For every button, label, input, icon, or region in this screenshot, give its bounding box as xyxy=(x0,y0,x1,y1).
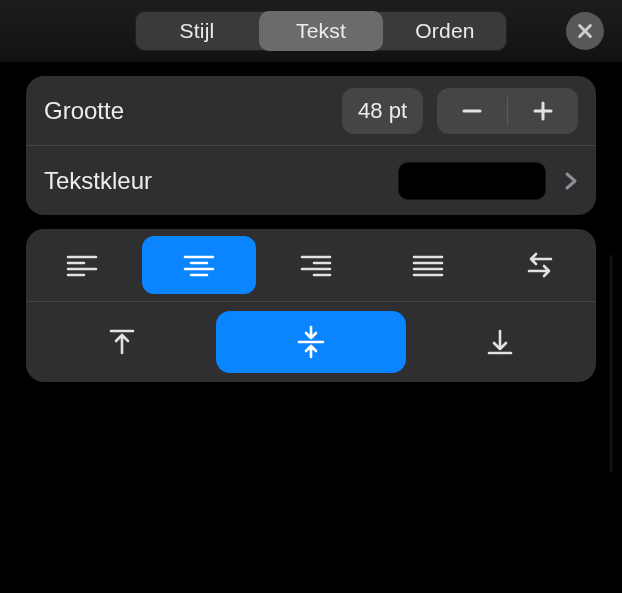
valign-middle-icon xyxy=(295,325,327,359)
text-color-row[interactable]: Tekstkleur xyxy=(26,146,596,215)
inspector-toolbar: Stijl Tekst Orden xyxy=(0,0,622,63)
text-color-disclosure xyxy=(564,170,578,192)
align-center-button[interactable] xyxy=(142,236,256,294)
plus-icon xyxy=(532,100,554,122)
vertical-alignment-row xyxy=(26,302,596,382)
inspector-tabs: Stijl Tekst Orden xyxy=(135,11,507,51)
text-direction-icon xyxy=(525,252,555,278)
font-size-label: Grootte xyxy=(44,97,124,125)
font-size-decrease[interactable] xyxy=(437,88,507,134)
tab-order[interactable]: Orden xyxy=(383,11,507,51)
horizontal-alignment-row xyxy=(26,229,596,302)
valign-top-button[interactable] xyxy=(107,311,137,373)
text-settings-card: Grootte 48 pt xyxy=(26,76,596,215)
alignment-card xyxy=(26,229,596,382)
close-icon xyxy=(576,22,594,40)
text-direction-button[interactable] xyxy=(488,236,592,294)
close-button[interactable] xyxy=(566,12,604,50)
align-right-button[interactable] xyxy=(264,236,368,294)
font-size-increase[interactable] xyxy=(508,88,578,134)
font-size-field[interactable]: 48 pt xyxy=(342,88,423,134)
align-left-button[interactable] xyxy=(30,236,134,294)
valign-middle-button[interactable] xyxy=(216,311,406,373)
chevron-right-icon xyxy=(564,170,578,192)
align-left-icon xyxy=(66,253,98,277)
text-color-swatch[interactable] xyxy=(398,162,546,200)
minus-icon xyxy=(461,100,483,122)
align-right-icon xyxy=(300,253,332,277)
valign-bottom-icon xyxy=(485,327,515,357)
text-color-label: Tekstkleur xyxy=(44,167,152,195)
callout-leader xyxy=(610,256,612,471)
valign-bottom-button[interactable] xyxy=(485,311,515,373)
align-justify-icon xyxy=(412,253,444,277)
inspector-body: Grootte 48 pt xyxy=(0,62,622,593)
font-size-row: Grootte 48 pt xyxy=(26,76,596,146)
font-size-stepper xyxy=(437,88,578,134)
tab-text[interactable]: Tekst xyxy=(259,11,383,51)
format-inspector: Stijl Tekst Orden Grootte 48 pt xyxy=(0,0,622,593)
tab-style[interactable]: Stijl xyxy=(135,11,259,51)
valign-top-icon xyxy=(107,327,137,357)
align-center-icon xyxy=(183,253,215,277)
align-justify-button[interactable] xyxy=(376,236,480,294)
